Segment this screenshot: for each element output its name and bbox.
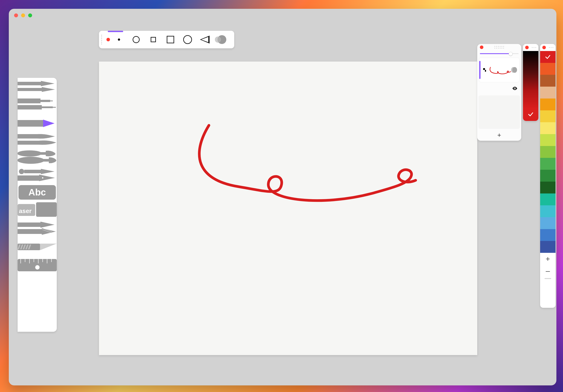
color-swatch[interactable]: [540, 134, 556, 146]
svg-marker-19: [39, 175, 55, 181]
panel-resize-handle[interactable]: [540, 277, 556, 280]
svg-rect-7: [18, 99, 40, 103]
brush-size-accent: [108, 31, 123, 32]
color-swatch[interactable]: [540, 51, 556, 63]
panel-pin-icon[interactable]: [106, 38, 110, 41]
color-swatch[interactable]: [540, 146, 556, 158]
tool-pencil[interactable]: [18, 78, 57, 95]
layer-visibility-row: [477, 82, 521, 95]
svg-marker-27: [42, 228, 56, 235]
svg-marker-29: [40, 222, 54, 228]
svg-rect-9: [50, 101, 53, 101]
svg-marker-23: [41, 169, 54, 174]
svg-rect-4: [18, 105, 42, 110]
svg-point-54: [514, 88, 515, 89]
check-icon: [528, 111, 534, 117]
color-swatch-panel[interactable]: + –: [540, 44, 556, 308]
tool-cutter[interactable]: [18, 237, 57, 254]
text-tool-label: Abc: [28, 187, 46, 198]
svg-rect-8: [40, 100, 50, 102]
svg-rect-22: [24, 170, 41, 173]
svg-rect-25: [36, 202, 57, 217]
svg-marker-11: [43, 120, 54, 127]
svg-rect-6: [53, 107, 56, 108]
svg-rect-17: [41, 152, 46, 155]
color-swatch[interactable]: [540, 87, 556, 99]
color-swatch[interactable]: [540, 75, 556, 87]
color-swatch[interactable]: [540, 99, 556, 110]
panel-pin-icon[interactable]: [525, 46, 529, 49]
minimize-button[interactable]: [21, 13, 25, 17]
brush-size-5[interactable]: [180, 33, 195, 46]
panel-pin-icon[interactable]: [480, 46, 483, 49]
svg-point-21: [19, 169, 24, 174]
titlebar: [9, 9, 556, 22]
tool-text[interactable]: Abc: [18, 185, 56, 200]
panel-pin-icon[interactable]: [542, 46, 546, 49]
svg-rect-2: [18, 82, 41, 85]
svg-point-49: [35, 265, 39, 269]
drawing-canvas[interactable]: [99, 62, 477, 355]
fullscreen-button[interactable]: [28, 13, 32, 17]
tool-ruler[interactable]: [18, 254, 57, 274]
color-swatch[interactable]: [540, 217, 556, 229]
color-swatch[interactable]: [540, 229, 556, 241]
tool-technical-pen[interactable]: [18, 95, 57, 113]
color-swatch[interactable]: [540, 122, 556, 134]
color-swatch[interactable]: [540, 170, 556, 182]
color-swatch[interactable]: [540, 63, 556, 75]
add-layer-button[interactable]: +: [477, 130, 521, 141]
check-icon: [545, 54, 551, 60]
color-swatch[interactable]: [540, 158, 556, 170]
visibility-icon[interactable]: [512, 86, 518, 91]
tool-paint-brush[interactable]: [18, 148, 57, 166]
brush-size-4[interactable]: [163, 33, 178, 46]
color-swatch[interactable]: [540, 193, 556, 205]
tool-blender[interactable]: [18, 219, 57, 237]
add-swatch-button[interactable]: +: [540, 253, 556, 265]
layer-opacity-slider[interactable]: [480, 51, 519, 56]
brush-size-6[interactable]: [197, 33, 212, 46]
eraser-label: aser: [19, 208, 32, 215]
layer-selection-indicator: [479, 61, 481, 79]
color-swatch[interactable]: [540, 205, 556, 217]
svg-rect-18: [18, 176, 39, 181]
layer-alpha-icon: [483, 68, 486, 72]
color-swatch[interactable]: [540, 241, 556, 253]
brush-size-7[interactable]: [215, 33, 229, 46]
tool-fountain-pen[interactable]: [18, 166, 57, 183]
svg-marker-39: [40, 244, 57, 250]
svg-point-14: [18, 157, 44, 164]
panel-grip-icon[interactable]: [494, 46, 504, 49]
color-swatch[interactable]: [540, 182, 556, 193]
color-gradient-strip[interactable]: [523, 51, 538, 108]
brush-size-2[interactable]: [129, 33, 143, 46]
color-gradient-panel[interactable]: [523, 44, 538, 121]
current-color-swatch[interactable]: [523, 108, 538, 121]
panel-grip[interactable]: [101, 33, 105, 46]
brush-size-3[interactable]: [146, 33, 161, 46]
layers-header[interactable]: [477, 44, 521, 51]
layer-background-thumbnail[interactable]: [479, 95, 520, 129]
remove-swatch-button[interactable]: –: [540, 265, 556, 277]
tool-marker-selected[interactable]: [18, 113, 57, 131]
svg-rect-15: [44, 159, 49, 162]
layers-panel[interactable]: +: [477, 44, 521, 141]
svg-rect-12: [18, 141, 39, 145]
color-swatch[interactable]: [540, 110, 556, 122]
layer-blend-icon[interactable]: [512, 67, 517, 73]
layer-thumbnail-1[interactable]: [479, 58, 519, 82]
svg-rect-0: [18, 88, 42, 91]
traffic-lights: [14, 13, 32, 17]
svg-rect-50: [483, 68, 485, 70]
tool-brush-pen[interactable]: [18, 131, 57, 148]
tool-eraser[interactable]: aser: [18, 200, 57, 219]
app-window: Abc aser: [9, 9, 556, 385]
brush-size-1[interactable]: [112, 33, 126, 46]
brush-size-panel[interactable]: [99, 31, 234, 48]
svg-rect-13: [18, 134, 37, 139]
close-button[interactable]: [14, 13, 18, 17]
svg-point-16: [18, 150, 42, 157]
svg-marker-1: [42, 87, 55, 92]
tool-palette: Abc aser: [18, 78, 57, 332]
